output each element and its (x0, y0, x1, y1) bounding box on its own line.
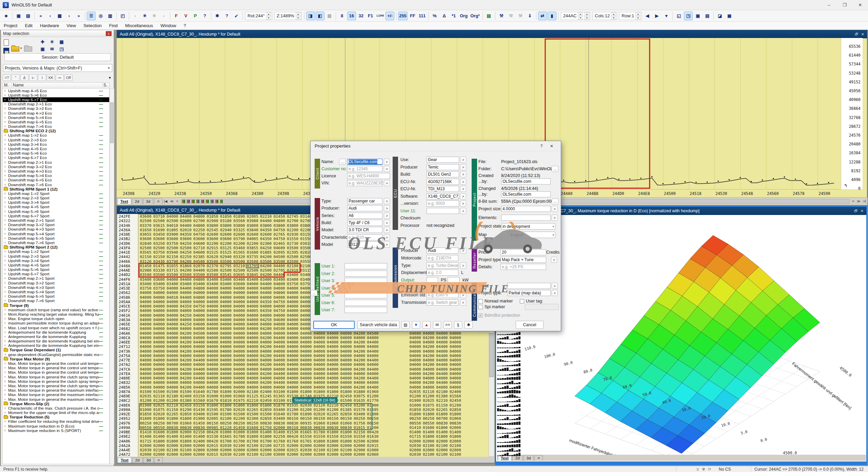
map-preview-bars[interactable] (497, 430, 523, 434)
hex-cell[interactable]: 04000 (246, 304, 259, 309)
hex-cell[interactable]: 03565 (139, 250, 152, 255)
context-help-button[interactable]: ➶ (232, 12, 241, 20)
hex-cell[interactable]: 04000 (219, 380, 232, 385)
hex-cell[interactable]: 04000 (152, 358, 165, 362)
hex-cell[interactable]: 04200 (259, 327, 273, 331)
original-mode-button[interactable]: Org (459, 12, 469, 20)
hex-cell[interactable]: 01000 (233, 430, 246, 434)
field-combobox[interactable]: in development▾ (501, 223, 555, 230)
tree-map-item[interactable]: ✳Downshift map 6->5 Sport— (3, 236, 109, 240)
hex-cell[interactable]: 01550 (313, 434, 326, 439)
scroll-nav-icon[interactable]: < (175, 199, 180, 203)
hex-cell[interactable]: 04200 (179, 376, 192, 380)
hex-cell[interactable]: 04000 (166, 380, 179, 385)
hex-cell[interactable]: 02500 (139, 246, 152, 250)
hex-cell[interactable]: 04000 (166, 291, 179, 295)
hex-cell[interactable]: 01550 (339, 434, 353, 439)
hex-cell[interactable]: 02110 (422, 390, 435, 394)
hex-cell[interactable]: 03400 (193, 282, 206, 286)
hex-cell[interactable]: 04000 (435, 376, 449, 380)
hex-cell[interactable]: 04000 (286, 291, 299, 295)
spin-down-icon[interactable]: ▼ (296, 16, 301, 20)
hex-cell[interactable]: 04200 (179, 259, 192, 264)
hex-cell[interactable]: 02000 (409, 439, 422, 444)
hex-cell[interactable]: 04000 (286, 309, 299, 313)
hex-cell[interactable]: 04800 (273, 219, 286, 223)
hex-cell[interactable]: 04250 (259, 246, 273, 250)
map-preview-bars[interactable] (497, 354, 523, 357)
checkbox-box[interactable]: ✔ (478, 313, 483, 318)
tree-map-item[interactable]: ✳Max. Load torque over which no upshift … (3, 326, 109, 330)
map-preview-bars[interactable] (497, 376, 523, 380)
hex-cell[interactable]: 03855 (246, 246, 259, 250)
hex-cell[interactable]: 04000 (313, 345, 326, 349)
hexdump-compare-button[interactable]: ✳ (140, 12, 149, 20)
ellipsis-button[interactable]: ... (339, 159, 346, 165)
hex-cell[interactable]: 02100 (422, 452, 435, 457)
hex-cell[interactable]: 01780 (206, 390, 219, 394)
hex-cell[interactable]: 04000 (152, 318, 165, 322)
hex-cell[interactable]: 04800 (193, 214, 206, 219)
hex-cell[interactable]: 04000 (273, 286, 286, 291)
hex-cell[interactable]: 04800 (193, 286, 206, 291)
hex-cell[interactable]: 00420 (366, 430, 379, 434)
map-preview-bars[interactable] (497, 421, 523, 425)
maximize-button[interactable]: ❒ (837, 0, 852, 10)
hex-cell[interactable]: 03800 (259, 223, 273, 228)
hex-cell[interactable]: 04250 (259, 318, 273, 322)
hex-cell[interactable]: 01200 (139, 398, 152, 403)
tree-folder[interactable]: Shifting RPM Sport 1 (12) (3, 187, 109, 191)
tree-map-item[interactable]: ✳Upshift map 3->4 Sport— (3, 200, 109, 205)
bits-32-button[interactable]: 32 (357, 12, 366, 20)
hex-cell[interactable]: 04000 (326, 385, 339, 390)
hex-cell[interactable]: 04400 (179, 277, 192, 282)
hex-cell[interactable]: 02000 (152, 452, 165, 457)
arrange-vertical-button[interactable]: ▤ (703, 12, 712, 20)
hex-cell[interactable]: 02000 (193, 444, 206, 448)
field-input[interactable] (344, 300, 387, 306)
hex-cell[interactable]: 03750 (152, 250, 165, 255)
hex-cell[interactable]: 02000 (286, 452, 299, 457)
hex-cell[interactable]: 04000 (299, 362, 313, 367)
hex-cell[interactable]: 04400 (273, 273, 286, 277)
tree-folder[interactable]: Torque Max Motor (9) (3, 357, 109, 361)
hex-cell[interactable]: 01525 (219, 250, 232, 255)
tree-map-item[interactable]: ✳Upshift map 3->4 Sport— (3, 258, 109, 263)
hex-cell[interactable]: 01400 (409, 430, 422, 434)
hex-cell[interactable]: 02200 (233, 241, 246, 246)
expand-button[interactable]: > (552, 215, 558, 221)
differences-button[interactable]: ▥ (106, 12, 115, 20)
hex-cell[interactable]: 04000 (449, 372, 462, 376)
hex-cell[interactable]: 04000 (449, 376, 462, 380)
tree-map-item[interactable]: ✳Max. Engine torque clutch open— (3, 317, 109, 321)
hex-cell[interactable]: 04000 (449, 354, 462, 358)
hex-cell[interactable]: 04000 (259, 385, 273, 390)
hex-cell[interactable]: 02500 (353, 439, 366, 444)
hex-cell[interactable]: 04000 (233, 367, 246, 372)
address-spinner-arrows[interactable]: ▲▼ (578, 12, 583, 20)
hex-cell[interactable]: 01400 (259, 430, 273, 434)
tree-map-item[interactable]: ✳Downshift map 7->6 Eco— (3, 124, 109, 129)
hex-cell[interactable]: 04000 (273, 349, 286, 354)
hex-cell[interactable]: 02705 (273, 268, 286, 273)
hex-cell[interactable]: 04200 (353, 349, 366, 354)
hex-cell[interactable]: 04800 (273, 291, 286, 295)
tree-map-item[interactable]: ✳Max. Motor torque in general the contro… (3, 370, 109, 375)
hex-cell[interactable]: 00420 (206, 430, 219, 434)
hex-cell[interactable]: 04000 (299, 385, 313, 390)
field-input[interactable]: 3.0 TDI CR (347, 227, 382, 233)
tree-map-item[interactable]: ✳Anlegemoment für die kommende Kupplung— (3, 334, 109, 339)
hex-cell[interactable]: 01565 (233, 250, 246, 255)
hex-cell[interactable]: 04000 (166, 376, 179, 380)
hex-cell[interactable]: 03400 (206, 282, 219, 286)
row-spinner[interactable]: Row:1▲▼ (619, 12, 642, 20)
hex-cell[interactable]: 00250 (422, 416, 435, 421)
tree-folder[interactable]: Shifting RPM ECO 2 (12) (3, 129, 109, 133)
hex-cell[interactable]: 04000 (139, 349, 152, 354)
hex-cell[interactable]: 04000 (259, 295, 273, 300)
expand-button[interactable]: > (552, 283, 558, 289)
hex-cell[interactable]: 02500 (206, 268, 219, 273)
hex-cell[interactable]: 01500 (179, 390, 192, 394)
hex-cell[interactable]: 04000 (233, 286, 246, 291)
map-preview-bars[interactable] (497, 435, 523, 438)
